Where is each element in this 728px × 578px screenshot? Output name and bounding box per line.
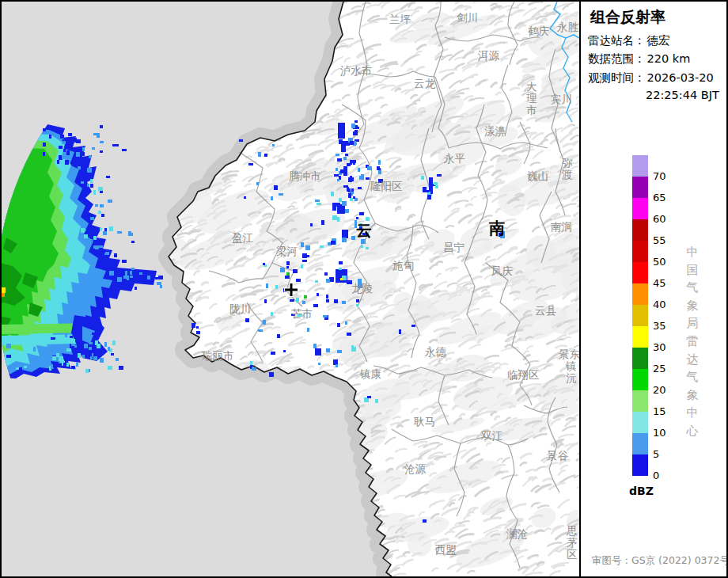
range-row: 数据范围：220 km xyxy=(588,51,690,67)
map-label: 昌宁 xyxy=(443,241,464,253)
legend-tick-label: 55 xyxy=(653,234,677,246)
map-label: 施甸 xyxy=(392,259,414,272)
watermark-char: 象 xyxy=(687,297,699,315)
obs-time-row: 观测时间：2026-03-20 xyxy=(588,70,714,86)
legend-color-segment xyxy=(632,283,648,305)
map-label: 弥 xyxy=(562,156,573,169)
map-label: 耿马 xyxy=(414,415,435,428)
map-label: 巍山 xyxy=(527,169,548,182)
watermark-char: 国 xyxy=(687,261,699,279)
watermark-char: 中 xyxy=(687,404,699,422)
radar-map: 兰坪剑川鹤庆永胜泸水市洱源云龙大理市宾川漾濞永平巍山弥渡南涧昌宁腾冲市隆阳区盈江… xyxy=(2,2,579,576)
legend-color-segment xyxy=(632,305,648,326)
map-label: 永胜 xyxy=(556,21,579,33)
map-label: 隆阳区 xyxy=(370,180,403,192)
legend-tick-label: 10 xyxy=(653,427,677,439)
legend-tick-label: 35 xyxy=(653,320,677,332)
legend-color-segment xyxy=(632,326,648,348)
map-label: 沅 xyxy=(566,371,577,384)
range-label: 数据范围： xyxy=(588,51,646,67)
agency-watermark: 中国气象局雷达气象中心 xyxy=(685,243,700,440)
legend-color-segment xyxy=(632,198,648,219)
map-label: 芒市 xyxy=(291,307,313,320)
station-label: 雷达站名： xyxy=(588,33,646,48)
map-label: 茅 xyxy=(567,536,578,549)
map-label: 鹤庆 xyxy=(528,25,549,37)
map-label: 梁河 xyxy=(276,245,298,257)
legend-tick-label: 40 xyxy=(653,299,677,310)
map-approval-number: 审图号：GS京 (2022) 0372号 xyxy=(592,554,728,568)
legend-color-segment xyxy=(632,155,648,177)
watermark-char: 雷 xyxy=(687,333,699,351)
legend-unit: dBZ xyxy=(629,485,654,497)
map-label: 理 xyxy=(526,92,537,105)
map-label: 景东 xyxy=(559,348,579,360)
legend-color-segment xyxy=(632,262,648,283)
obs-time-date: 2026-03-20 xyxy=(647,71,714,84)
province-label-char: 南 xyxy=(488,219,505,238)
map-label: 云龙 xyxy=(414,77,436,89)
map-label: 腾冲市 xyxy=(289,169,321,182)
map-label: 区 xyxy=(567,548,578,561)
map-label: 云县 xyxy=(535,304,557,317)
watermark-char: 气 xyxy=(687,279,699,297)
legend-color-segment xyxy=(632,390,648,412)
legend-tick-label: 30 xyxy=(653,341,677,353)
station-value: 德宏 xyxy=(647,33,670,48)
legend-tick-label: 60 xyxy=(653,213,677,225)
product-title: 组合反射率 xyxy=(590,7,665,28)
map-label: 镇 xyxy=(565,359,577,372)
map-label: 景谷 xyxy=(547,449,568,462)
radar-product-window: 兰坪剑川鹤庆永胜泸水市洱源云龙大理市宾川漾濞永平巍山弥渡南涧昌宁腾冲市隆阳区盈江… xyxy=(0,0,728,578)
map-label: 大 xyxy=(526,80,537,93)
map-label: 沧源 xyxy=(404,462,427,475)
legend-tick-label: 50 xyxy=(653,256,677,268)
legend-tick-label: 65 xyxy=(653,192,677,203)
map-label: 澜沧 xyxy=(506,527,528,540)
legend-color-segment xyxy=(632,177,648,198)
range-value: 220 km xyxy=(647,52,691,65)
legend-color-segment xyxy=(632,454,648,476)
map-label: 双江 xyxy=(481,429,503,442)
watermark-char: 心 xyxy=(687,422,699,440)
map-label: 龙陵 xyxy=(351,282,373,295)
legend-tick-label: 5 xyxy=(653,448,677,460)
legend-tick-label: 15 xyxy=(653,405,677,417)
map-label: 市 xyxy=(526,104,537,116)
map-label: 洱源 xyxy=(477,49,500,62)
watermark-char: 达 xyxy=(687,351,699,369)
legend-tick-label: 45 xyxy=(653,277,677,289)
watermark-char: 局 xyxy=(687,314,699,333)
map-label: 瑞丽市 xyxy=(201,349,234,362)
legend-color-segment xyxy=(632,412,648,433)
province-label-char: 云 xyxy=(356,221,372,240)
legend-color-segment xyxy=(632,433,648,454)
map-label: 西盟 xyxy=(435,543,457,556)
map-label: 兰坪 xyxy=(389,13,411,25)
legend-tick-label: 20 xyxy=(653,384,677,396)
map-label: 盈江 xyxy=(232,231,254,244)
legend-color-segment xyxy=(632,369,648,390)
map-label: 陇川 xyxy=(229,302,251,315)
legend-tick-label: 25 xyxy=(653,363,677,375)
legend-color-segment xyxy=(632,241,648,262)
map-label: 镇康 xyxy=(359,367,381,380)
map-label: 渡 xyxy=(562,168,573,181)
legend-tick-label: 70 xyxy=(653,170,677,182)
reflectivity-legend: 7065605550454035302520151050 xyxy=(632,155,648,476)
map-label: 漾濞 xyxy=(484,124,506,137)
map-label: 凤庆 xyxy=(491,264,513,277)
legend-color-segment xyxy=(632,348,648,369)
obs-time-clock: 22:25:44 BJT xyxy=(646,89,719,101)
watermark-char: 中 xyxy=(687,243,699,261)
map-label: 宾川 xyxy=(551,93,572,105)
map-label: 剑川 xyxy=(457,11,478,24)
map-label: 思 xyxy=(566,524,578,537)
map-label: 南涧 xyxy=(551,220,572,233)
map-label: 泸水市 xyxy=(340,64,373,77)
map-label: 临翔区 xyxy=(507,368,540,381)
legend-color-segment xyxy=(632,219,648,241)
watermark-char: 气 xyxy=(687,368,699,386)
info-panel: 组合反射率 雷达站名：德宏 数据范围：220 km 观测时间：2026-03-2… xyxy=(579,2,726,576)
map-label: 永德 xyxy=(424,345,447,358)
